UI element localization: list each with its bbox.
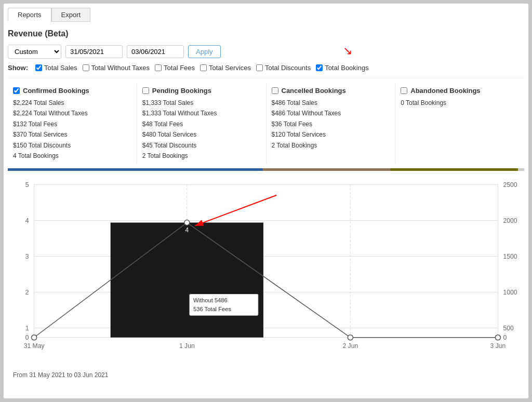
tab-export[interactable]: Export bbox=[51, 8, 91, 22]
tab-reports[interactable]: Reports bbox=[8, 8, 51, 22]
show-total-without-taxes[interactable]: Total Without Taxes bbox=[83, 64, 150, 72]
svg-text:0: 0 bbox=[503, 334, 507, 341]
color-progress-bar bbox=[8, 168, 524, 171]
svg-text:500: 500 bbox=[503, 325, 514, 332]
svg-text:2: 2 bbox=[25, 289, 29, 296]
date-from-input[interactable] bbox=[65, 45, 123, 58]
svg-text:1: 1 bbox=[25, 325, 29, 332]
line-chart bbox=[34, 223, 498, 338]
abandoned-bookings-card: Abandoned Bookings 0 Total Bookings bbox=[395, 84, 524, 164]
page-title: Revenue (Beta) bbox=[8, 29, 524, 38]
booking-cards: Confirmed Bookings $2,224 Total Sales $2… bbox=[8, 78, 524, 164]
pending-bar bbox=[263, 168, 390, 171]
cancelled-bar bbox=[390, 168, 517, 171]
abandoned-bar bbox=[518, 168, 524, 171]
pending-bookings-title: Pending Bookings bbox=[142, 87, 261, 95]
bar-label: 4 bbox=[185, 226, 189, 234]
confirmed-stats: $2,224 Total Sales $2,224 Total Without … bbox=[13, 98, 131, 161]
abandoned-stats: 0 Total Bookings bbox=[401, 98, 519, 108]
svg-text:1500: 1500 bbox=[503, 253, 517, 260]
show-options-row: Show: Total Sales Total Without Taxes To… bbox=[8, 64, 524, 72]
arrow-indicator: ↘ bbox=[343, 44, 352, 58]
x-label-31may: 31 May bbox=[24, 342, 45, 350]
date-range-label: From 31 May 2021 to 03 Jun 2021 bbox=[13, 371, 519, 379]
x-label-2jun: 2 Jun bbox=[342, 342, 358, 350]
pending-bookings-card: Pending Bookings $1,333 Total Sales $1,3… bbox=[137, 84, 267, 164]
show-total-bookings[interactable]: Total Bookings bbox=[316, 64, 369, 72]
cancelled-bookings-card: Cancelled Bookings $486 Total Sales $486… bbox=[267, 84, 396, 164]
svg-text:1000: 1000 bbox=[503, 289, 517, 296]
bar-1jun bbox=[111, 223, 263, 338]
tooltip-line2: 536 Total Fees bbox=[193, 306, 231, 312]
confirmed-bookings-card: Confirmed Bookings $2,224 Total Sales $2… bbox=[8, 84, 137, 164]
svg-text:4: 4 bbox=[25, 217, 29, 224]
show-label: Show: bbox=[8, 64, 28, 72]
tooltip-line1: Without 5486 bbox=[193, 297, 228, 303]
filter-row: Custom Today This Week This Month Last M… bbox=[8, 45, 524, 59]
svg-text:5: 5 bbox=[25, 181, 29, 189]
show-total-discounts[interactable]: Total Discounts bbox=[256, 64, 311, 72]
x-label-3jun: 3 Jun bbox=[490, 342, 506, 350]
main-container: Reports Export Revenue (Beta) Custom Tod… bbox=[3, 3, 529, 399]
cancelled-stats: $486 Total Sales $486 Total Without Taxe… bbox=[272, 98, 390, 151]
pending-stats: $1,333 Total Sales $1,333 Total Without … bbox=[142, 98, 261, 161]
period-select[interactable]: Custom Today This Week This Month Last M… bbox=[8, 45, 61, 59]
point-31may bbox=[32, 335, 37, 340]
svg-text:2500: 2500 bbox=[503, 181, 517, 189]
show-total-fees[interactable]: Total Fees bbox=[155, 64, 195, 72]
x-label-1jun: 1 Jun bbox=[179, 342, 195, 350]
confirmed-bookings-title: Confirmed Bookings bbox=[13, 87, 131, 95]
confirmed-bookings-checkbox[interactable] bbox=[13, 87, 20, 94]
date-to-input[interactable] bbox=[127, 45, 184, 58]
svg-text:3: 3 bbox=[25, 253, 29, 260]
chart-container: 5 4 3 2 1 0 2500 2000 1500 1000 500 0 bbox=[8, 173, 524, 384]
confirmed-bar bbox=[8, 168, 263, 171]
tabs-bar: Reports Export bbox=[8, 8, 524, 22]
svg-text:0: 0 bbox=[25, 334, 29, 341]
point-1jun bbox=[184, 220, 190, 225]
cancelled-bookings-checkbox[interactable] bbox=[272, 87, 278, 94]
chart-svg: 5 4 3 2 1 0 2500 2000 1500 1000 500 0 bbox=[13, 178, 519, 370]
abandoned-bookings-checkbox[interactable] bbox=[401, 87, 407, 94]
red-arrow-line bbox=[195, 195, 276, 226]
svg-text:2000: 2000 bbox=[503, 217, 517, 224]
point-3jun bbox=[495, 335, 500, 340]
abandoned-bookings-title: Abandoned Bookings bbox=[401, 87, 519, 95]
apply-button[interactable]: Apply bbox=[188, 45, 221, 58]
point-2jun bbox=[348, 335, 353, 340]
pending-bookings-checkbox[interactable] bbox=[142, 87, 149, 94]
show-total-sales[interactable]: Total Sales bbox=[35, 64, 77, 72]
show-total-services[interactable]: Total Services bbox=[200, 64, 251, 72]
cancelled-bookings-title: Cancelled Bookings bbox=[272, 87, 390, 95]
